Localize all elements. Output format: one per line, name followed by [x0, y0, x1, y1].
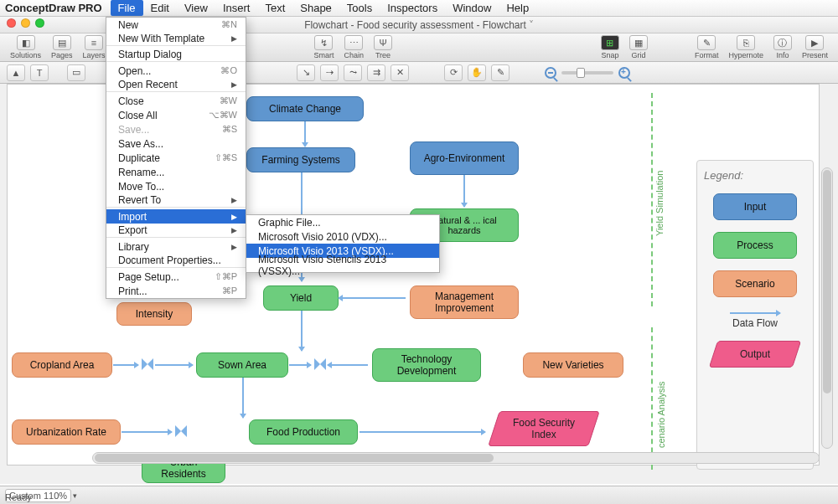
connector-tool-2[interactable]: ⇢ — [320, 64, 339, 81]
file-menu-close-all[interactable]: Close All⌥⌘W — [106, 108, 246, 122]
arrow — [242, 378, 244, 418]
smart-icon: ↯ — [314, 35, 333, 50]
arrow — [113, 364, 138, 366]
vertical-scrollbar[interactable] — [821, 167, 833, 449]
zoom-in-button[interactable] — [618, 67, 630, 79]
node-agro[interactable]: Agro-Environment — [410, 141, 519, 175]
rotate-tool[interactable]: ⟳ — [444, 64, 463, 81]
horizontal-scrollbar[interactable] — [92, 452, 820, 464]
minimize-window-button[interactable] — [21, 18, 30, 28]
pointer-tool[interactable]: ▲ — [7, 64, 25, 81]
menu-help[interactable]: Help — [499, 0, 536, 16]
menu-edit[interactable]: Edit — [143, 0, 177, 16]
legend-scenario: Scenario — [713, 270, 797, 297]
menu-file[interactable]: File — [111, 0, 143, 16]
info-icon: ⓘ — [773, 35, 792, 50]
tb-grid[interactable]: ▦Grid — [626, 35, 651, 59]
node-climate[interactable]: Climate Change — [246, 96, 364, 121]
menu-shape[interactable]: Shape — [292, 0, 339, 16]
close-window-button[interactable] — [7, 18, 16, 28]
tb-present[interactable]: ▶Present — [799, 35, 831, 59]
import-microsoft-visio-2010-vdx-[interactable]: Microsoft Visio 2010 (VDX)... — [246, 229, 439, 244]
import-graphic-file-[interactable]: Graphic File... — [246, 215, 439, 229]
node-cropland[interactable]: Cropland Area — [12, 352, 112, 378]
file-menu-export[interactable]: Export▶ — [106, 224, 246, 238]
node-fsi[interactable]: Food Security Index — [488, 411, 600, 446]
file-menu-save-[interactable]: Save...⌘S — [106, 122, 246, 136]
node-tech[interactable]: Technology Development — [372, 348, 481, 382]
tb-solutions[interactable]: ◧Solutions — [7, 35, 44, 59]
arrow — [328, 364, 368, 366]
file-menu-library[interactable]: Library▶ — [106, 239, 246, 254]
connector-tool-4[interactable]: ⇉ — [367, 64, 385, 81]
file-menu-startup-dialog[interactable]: Startup Dialog — [106, 48, 246, 62]
tb-info[interactable]: ⓘInfo — [770, 35, 795, 59]
hand-tool[interactable]: ✋ — [468, 64, 486, 81]
file-menu-import[interactable]: Import▶ — [106, 209, 246, 224]
chain-icon: ⋯ — [344, 35, 363, 50]
file-menu-new-with-template[interactable]: New With Template▶ — [106, 32, 246, 46]
tb-pages[interactable]: ▤Pages — [48, 35, 76, 59]
menu-text[interactable]: Text — [257, 0, 292, 16]
arrow — [463, 175, 465, 207]
node-yield[interactable]: Yield — [263, 285, 339, 311]
eyedropper-tool[interactable]: ✎ — [491, 64, 510, 81]
node-foodprod[interactable]: Food Production — [249, 419, 358, 445]
shape-tool-1[interactable]: ▭ — [67, 64, 85, 81]
zoom-window-button[interactable] — [35, 18, 44, 28]
status-bar: Custom 110% ▾ — [0, 486, 838, 504]
file-menu-open-recent[interactable]: Open Recent▶ — [106, 78, 246, 92]
file-menu-save-as-[interactable]: Save As... — [106, 136, 246, 151]
file-menu-close[interactable]: Close⌘W — [106, 94, 246, 108]
tb-tree[interactable]: ΨTree — [370, 35, 396, 59]
menu-insert[interactable]: Insert — [215, 0, 258, 16]
file-menu-open-[interactable]: Open...⌘O — [106, 64, 246, 78]
menu-window[interactable]: Window — [445, 0, 499, 16]
node-mgmt[interactable]: Management Improvement — [410, 285, 519, 319]
node-intensity[interactable]: Intensity — [116, 302, 192, 326]
arrow — [360, 431, 485, 433]
title-dropdown-icon[interactable]: ˅ — [529, 19, 534, 31]
import-microsoft-visio-stencils-2013-vssx-[interactable]: Microsoft Visio Stencils 2013 (VSSX)... — [246, 258, 439, 272]
zoom-out-button[interactable] — [545, 67, 556, 79]
scenario-marker — [651, 327, 653, 470]
zoom-slider-thumb[interactable] — [577, 68, 585, 78]
text-tool[interactable]: T — [30, 64, 49, 81]
arrow — [122, 431, 172, 433]
tb-format[interactable]: ✎Format — [691, 35, 722, 59]
present-icon: ▶ — [805, 35, 824, 50]
file-menu-move-to-[interactable]: Move To... — [106, 179, 246, 193]
connector-tool-1[interactable]: ↘ — [297, 64, 315, 81]
tb-hypernote[interactable]: ⎘Hypernote — [725, 35, 767, 59]
settings-tool[interactable]: ✕ — [391, 64, 409, 81]
file-menu-new[interactable]: New⌘N — [106, 18, 246, 32]
valve-icon — [314, 358, 326, 370]
node-urbrate[interactable]: Urbanization Rate — [12, 419, 121, 445]
arrow — [339, 297, 406, 299]
scrollbar-thumb[interactable] — [95, 454, 494, 462]
status-ready: Ready — [5, 492, 32, 502]
menu-view[interactable]: View — [177, 0, 215, 16]
connector-tool-3[interactable]: ⤳ — [344, 64, 362, 81]
file-menu-revert-to[interactable]: Revert To▶ — [106, 193, 246, 208]
menu-inspectors[interactable]: Inspectors — [380, 0, 445, 16]
file-menu-print-[interactable]: Print...⌘P — [106, 284, 246, 298]
file-menu-rename-[interactable]: Rename... — [106, 165, 246, 179]
tb-smart[interactable]: ↯Smart — [310, 35, 337, 59]
node-farming[interactable]: Farming Systems — [246, 147, 355, 172]
zoom-dropdown-icon[interactable]: ▾ — [73, 491, 77, 500]
tb-layers[interactable]: ≡Layers — [80, 35, 109, 59]
file-menu-document-properties-[interactable]: Document Properties... — [106, 254, 246, 268]
node-newvar[interactable]: New Varieties — [523, 352, 623, 378]
file-menu-duplicate[interactable]: Duplicate⇧⌘S — [106, 151, 246, 165]
menu-tools[interactable]: Tools — [339, 0, 380, 16]
zoom-slider[interactable] — [561, 71, 613, 75]
tb-snap[interactable]: ⊞Snap — [597, 35, 623, 59]
node-sown[interactable]: Sown Area — [196, 352, 288, 378]
arrow — [301, 311, 303, 351]
file-menu-page-setup-[interactable]: Page Setup...⇧⌘P — [106, 270, 246, 284]
legend-panel: Legend: Input Process Scenario Data Flow… — [696, 160, 814, 470]
legend-flow: Data Flow — [730, 309, 780, 329]
scrollbar-thumb[interactable] — [823, 170, 831, 393]
tb-chain[interactable]: ⋯Chain — [341, 35, 368, 59]
